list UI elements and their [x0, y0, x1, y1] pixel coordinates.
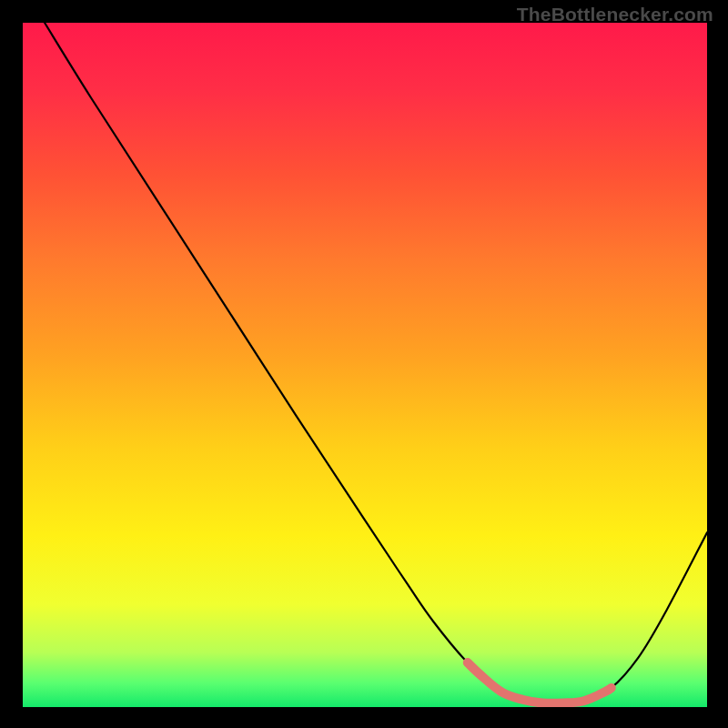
chart-svg	[23, 23, 707, 707]
optimal-range-start-dot	[463, 659, 471, 667]
chart-frame	[23, 23, 707, 707]
watermark: TheBottlenecker.com	[517, 4, 713, 25]
optimal-range-end-dot	[607, 683, 615, 692]
chart-background	[23, 23, 707, 707]
